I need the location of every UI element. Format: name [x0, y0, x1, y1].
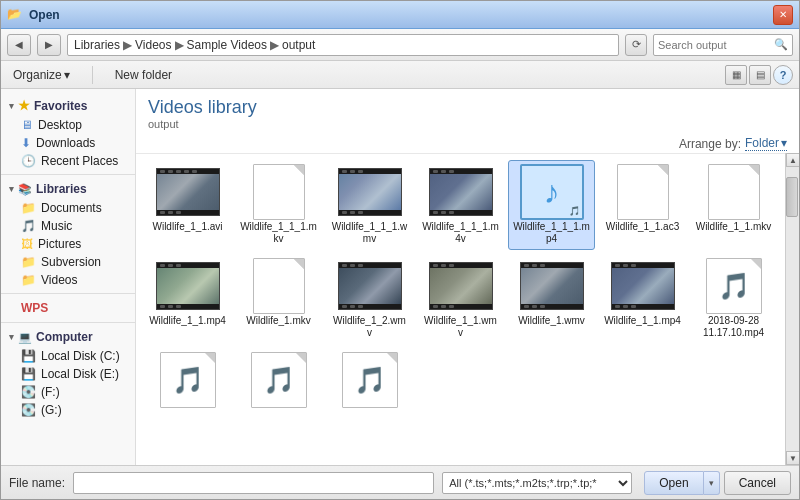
- sidebar-item-recent-places[interactable]: 🕒 Recent Places: [1, 152, 135, 170]
- favorites-section: ▾ ★ Favorites 🖥 Desktop ⬇ Downloads 🕒 Re…: [1, 95, 135, 170]
- sidebar-item-downloads[interactable]: ⬇ Downloads: [1, 134, 135, 152]
- filename-input[interactable]: [73, 472, 434, 494]
- search-input[interactable]: [658, 39, 774, 51]
- help-button[interactable]: ?: [773, 65, 793, 85]
- file-thumb: [156, 259, 220, 313]
- sidebar-item-g[interactable]: 💽 (G:): [1, 401, 135, 419]
- sidebar-item-pictures[interactable]: 🖼 Pictures: [1, 235, 135, 253]
- drive-c-icon: 💾: [21, 349, 36, 363]
- file-item-wildlife111mkv[interactable]: Wildlife_1_1_1.mkv: [235, 160, 322, 250]
- file-thumb: 🎵: [156, 353, 220, 407]
- file-thumb: [247, 165, 311, 219]
- open-dialog: 📂 Open ✕ ◀ ▶ Libraries ▶ Videos ▶ Sample…: [0, 0, 800, 500]
- file-thumb: 🎵: [247, 353, 311, 407]
- desktop-icon: 🖥: [21, 118, 33, 132]
- breadcrumb-sample[interactable]: Sample Videos: [187, 38, 268, 52]
- search-icon: 🔍: [774, 38, 788, 51]
- file-item-wildlife11mkv[interactable]: Wildlife_1_1.mkv: [690, 160, 777, 250]
- favorites-header[interactable]: ▾ ★ Favorites: [1, 95, 135, 116]
- file-item-wildlife1wmv[interactable]: Wildlife_1.wmv: [508, 254, 595, 344]
- sidebar-item-desktop[interactable]: 🖥 Desktop: [1, 116, 135, 134]
- file-thumb: [338, 259, 402, 313]
- music-file-icon: 🎵: [354, 365, 386, 396]
- file-item-wildlife111mp4[interactable]: ♪ 🎵 Wildlife_1_1_1.mp4: [508, 160, 595, 250]
- close-button[interactable]: ✕: [773, 5, 793, 25]
- file-item-wildlife1mkv[interactable]: Wildlife_1.mkv: [235, 254, 322, 344]
- open-dropdown-button[interactable]: ▾: [704, 471, 720, 495]
- file-item-2018mp4[interactable]: 🎵 2018-09-28 11.17.10.mp4: [690, 254, 777, 344]
- file-thumb: [429, 259, 493, 313]
- sidebar-divider-3: [1, 322, 135, 323]
- file-item-wildlife11avi[interactable]: Wildlife_1_1.avi: [144, 160, 231, 250]
- file-thumb: [611, 165, 675, 219]
- menu-bar: Organize ▾ New folder ▦ ▤ ?: [1, 61, 799, 89]
- sidebar-item-e[interactable]: 💾 Local Disk (E:): [1, 365, 135, 383]
- music-icon: 🎵: [21, 219, 36, 233]
- breadcrumb-libraries[interactable]: Libraries: [74, 38, 120, 52]
- scroll-down-button[interactable]: ▼: [786, 451, 799, 465]
- sidebar-item-f[interactable]: 💽 (F:): [1, 383, 135, 401]
- sidebar-item-c[interactable]: 💾 Local Disk (C:): [1, 347, 135, 365]
- scroll-up-button[interactable]: ▲: [786, 153, 799, 167]
- scroll-track: [786, 167, 799, 451]
- file-thumb: ♪ 🎵: [520, 165, 584, 219]
- sidebar-item-videos[interactable]: 📁 Videos: [1, 271, 135, 289]
- filetype-select[interactable]: All (*.ts;*.mts;*.m2ts;*.trp;*.tp;*: [442, 472, 632, 494]
- file-item-wildlife111m4v[interactable]: Wildlife_1_1_1.m4v: [417, 160, 504, 250]
- documents-icon: 📁: [21, 201, 36, 215]
- file-item-audio2[interactable]: 🎵: [235, 348, 322, 414]
- main-panel: Videos library output Arrange by: Folder…: [136, 89, 799, 465]
- drive-e-icon: 💾: [21, 367, 36, 381]
- open-button-group: Open ▾: [644, 471, 719, 495]
- sidebar-item-wps[interactable]: WPS: [1, 298, 135, 318]
- back-button[interactable]: ◀: [7, 34, 31, 56]
- panel-title: Videos library: [148, 97, 787, 118]
- files-grid: Wildlife_1_1.avi Wildlife_1_1_1.mkv: [136, 153, 785, 465]
- file-thumb: 🎵: [702, 259, 766, 313]
- new-folder-button[interactable]: New folder: [109, 66, 178, 84]
- content-area: ▾ ★ Favorites 🖥 Desktop ⬇ Downloads 🕒 Re…: [1, 89, 799, 465]
- address-toolbar: ◀ ▶ Libraries ▶ Videos ▶ Sample Videos ▶…: [1, 29, 799, 61]
- arrange-by-folder-button[interactable]: Folder ▾: [745, 136, 787, 151]
- libraries-header[interactable]: ▾ 📚 Libraries: [1, 179, 135, 199]
- sidebar-item-documents[interactable]: 📁 Documents: [1, 199, 135, 217]
- refresh-button[interactable]: ⟳: [625, 34, 647, 56]
- menu-separator: [92, 66, 93, 84]
- breadcrumb-output[interactable]: output: [282, 38, 315, 52]
- file-thumb: [520, 259, 584, 313]
- view-buttons: ▦ ▤ ?: [725, 65, 793, 85]
- search-box: 🔍: [653, 34, 793, 56]
- file-item-audio3[interactable]: 🎵: [326, 348, 413, 414]
- breadcrumb-videos[interactable]: Videos: [135, 38, 171, 52]
- music-file-icon: 🎵: [718, 271, 750, 302]
- open-button[interactable]: Open: [644, 471, 703, 495]
- file-item-wildlife11wmv[interactable]: Wildlife_1_1.wmv: [417, 254, 504, 344]
- libraries-icon: 📚: [18, 183, 32, 196]
- arrange-bar: Arrange by: Folder ▾: [136, 134, 799, 153]
- file-item-wildlife12wmv[interactable]: Wildlife_1_2.wmv: [326, 254, 413, 344]
- layout-button[interactable]: ▤: [749, 65, 771, 85]
- sidebar-item-subversion[interactable]: 📁 Subversion: [1, 253, 135, 271]
- file-item-wildlife11mp4-2[interactable]: Wildlife_1_1.mp4: [599, 254, 686, 344]
- sidebar-item-music[interactable]: 🎵 Music: [1, 217, 135, 235]
- views-button[interactable]: ▦: [725, 65, 747, 85]
- file-item-wildlife11mp4[interactable]: Wildlife_1_1.mp4: [144, 254, 231, 344]
- music-note-icon: ♪: [544, 174, 560, 211]
- recent-places-icon: 🕒: [21, 154, 36, 168]
- file-item-wildlife111wmv[interactable]: Wildlife_1_1_1.wmv: [326, 160, 413, 250]
- breadcrumb[interactable]: Libraries ▶ Videos ▶ Sample Videos ▶ out…: [67, 34, 619, 56]
- bottom-bar: File name: All (*.ts;*.mts;*.m2ts;*.trp;…: [1, 465, 799, 499]
- panel-subtitle: output: [148, 118, 787, 130]
- sidebar-divider-2: [1, 293, 135, 294]
- computer-icon: 💻: [18, 331, 32, 344]
- forward-button[interactable]: ▶: [37, 34, 61, 56]
- computer-header[interactable]: ▾ 💻 Computer: [1, 327, 135, 347]
- organize-menu[interactable]: Organize ▾: [7, 66, 76, 84]
- window-icon: 📂: [7, 7, 23, 23]
- scroll-thumb[interactable]: [786, 177, 798, 217]
- file-item-wildlife11ac3[interactable]: Wildlife_1_1.ac3: [599, 160, 686, 250]
- action-buttons: Open ▾ Cancel: [644, 471, 791, 495]
- cancel-button[interactable]: Cancel: [724, 471, 791, 495]
- file-item-audio1[interactable]: 🎵: [144, 348, 231, 414]
- scrollbar[interactable]: ▲ ▼: [785, 153, 799, 465]
